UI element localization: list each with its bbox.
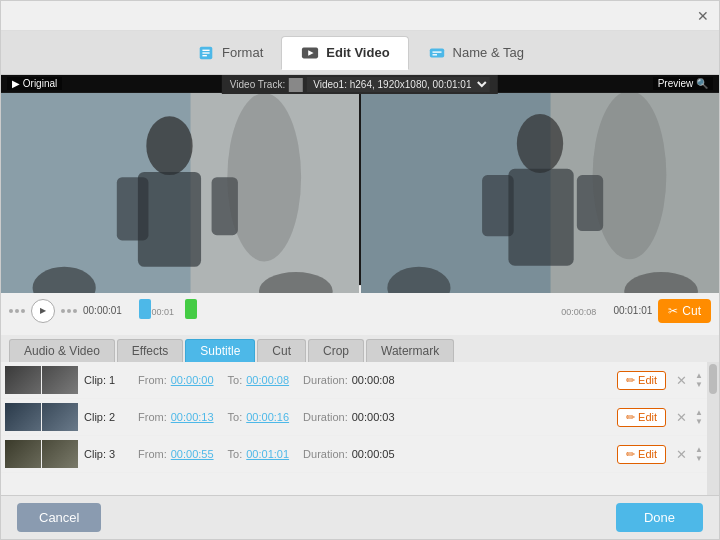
original-video-content (1, 93, 359, 293)
subtab-audio-video[interactable]: Audio & Video (9, 339, 115, 362)
svg-rect-13 (117, 177, 149, 240)
subtab-crop[interactable]: Crop (308, 339, 364, 362)
subtabs-bar: Audio & Video Effects Subtitle Cut Crop … (1, 335, 719, 362)
clip-1-arrows: ▲ ▼ (695, 372, 703, 389)
tab-edit-video-label: Edit Video (326, 45, 389, 60)
clip-3-up-arrow[interactable]: ▲ (695, 446, 703, 454)
done-button[interactable]: Done (616, 503, 703, 532)
tab-edit-video[interactable]: Edit Video (281, 36, 408, 70)
dot5 (67, 309, 71, 313)
dot2 (15, 309, 19, 313)
svg-point-20 (517, 114, 563, 173)
edit-3-label: Edit (638, 448, 657, 460)
clip-1-name: Clip: 1 (84, 374, 124, 386)
edit-3-icon: ✏ (626, 448, 635, 461)
clip-2-to: To: 00:00:16 (228, 411, 290, 423)
subtab-watermark[interactable]: Watermark (366, 339, 454, 362)
clip-2-thumb-b (42, 403, 78, 431)
clip-1-from: From: 00:00:00 (138, 374, 214, 386)
original-label: ▶ Original (7, 77, 62, 90)
clip-1-thumb-b (42, 366, 78, 394)
scissors-icon: ✂ (668, 304, 678, 318)
clip-3-edit-button[interactable]: ✏ Edit (617, 445, 666, 464)
clips-list: Clip: 1 From: 00:00:00 To: 00:00:08 Dura… (1, 362, 707, 495)
clip-2-info: Clip: 2 From: 00:00:13 To: 00:00:16 Dura… (84, 411, 611, 423)
preview-label: Preview 🔍 (653, 77, 713, 90)
video-section: ▶ Original Video Track: Video1: h264, 19… (1, 75, 719, 285)
clip-2-arrows: ▲ ▼ (695, 409, 703, 426)
clips-scrollbar[interactable] (707, 362, 719, 495)
svg-point-24 (593, 93, 667, 259)
edit-1-label: Edit (638, 374, 657, 386)
name-tag-icon (427, 43, 447, 63)
timeline-handle-right[interactable] (185, 299, 197, 319)
preview-video-content (361, 93, 719, 293)
clip-3-to-label: To: (228, 448, 243, 460)
tab-format[interactable]: Format (178, 36, 281, 70)
clip-1-dur-value: 00:00:08 (352, 374, 395, 386)
clip-1-from-label: From: (138, 374, 167, 386)
format-icon (196, 43, 216, 63)
clip-3-from-label: From: (138, 448, 167, 460)
clip-3-thumbnails (5, 440, 78, 468)
clip-3-from: From: 00:00:55 (138, 448, 214, 460)
clip-1-close-button[interactable]: ✕ (676, 373, 687, 388)
clips-area: Clip: 1 From: 00:00:00 To: 00:00:08 Dura… (1, 362, 719, 495)
clip-2-to-label: To: (228, 411, 243, 423)
tab-format-label: Format (222, 45, 263, 60)
play-button[interactable]: ▶ (31, 299, 55, 323)
clip-3-from-value: 00:00:55 (171, 448, 214, 460)
cancel-button[interactable]: Cancel (17, 503, 101, 532)
subtab-effects[interactable]: Effects (117, 339, 183, 362)
clip-2-edit-button[interactable]: ✏ Edit (617, 408, 666, 427)
cut-button[interactable]: ✂ Cut (658, 299, 711, 323)
close-button[interactable]: ✕ (695, 8, 711, 24)
clip-2-from-value: 00:00:13 (171, 411, 214, 423)
timeline-sub-times: 00:00:01 00:00:08 (139, 307, 596, 317)
clip-3-down-arrow[interactable]: ▼ (695, 455, 703, 463)
clip-2-duration: Duration: 00:00:03 (303, 411, 394, 423)
clip-1-down-arrow[interactable]: ▼ (695, 381, 703, 389)
timeline-handle-left[interactable] (139, 299, 151, 319)
video-header: ▶ Original Video Track: Video1: h264, 19… (1, 75, 719, 92)
video-track-dropdown[interactable]: Video1: h264, 1920x1080, 00:01:01 (307, 77, 490, 92)
tab-name-tag[interactable]: Name & Tag (409, 36, 542, 70)
clip-1-up-arrow[interactable]: ▲ (695, 372, 703, 380)
clip-2-dur-value: 00:00:03 (352, 411, 395, 423)
subtab-subtitle[interactable]: Subtitle (185, 339, 255, 362)
video-previews (1, 93, 719, 293)
dot1 (9, 309, 13, 313)
clip-1-edit-button[interactable]: ✏ Edit (617, 371, 666, 390)
subtab-cut[interactable]: Cut (257, 339, 306, 362)
clip-1-thumb-a (5, 366, 41, 394)
bottom-bar: Cancel Done (1, 495, 719, 539)
video-track-label: Video Track: (230, 79, 285, 90)
clip-2-from-label: From: (138, 411, 167, 423)
clip-2-to-value: 00:00:16 (246, 411, 289, 423)
clip-1-to-value: 00:00:08 (246, 374, 289, 386)
clip-3-dur-value: 00:00:05 (352, 448, 395, 460)
timeline-dots2 (61, 309, 77, 313)
svg-rect-21 (508, 169, 573, 266)
clip-3-thumb-a (5, 440, 41, 468)
handle-right-time: 00:00:08 (561, 307, 596, 317)
clip-3-to: To: 00:01:01 (228, 448, 290, 460)
clip-2-down-arrow[interactable]: ▼ (695, 418, 703, 426)
clip-1-to-label: To: (228, 374, 243, 386)
dot4 (61, 309, 65, 313)
clip-2-up-arrow[interactable]: ▲ (695, 409, 703, 417)
clip-2-close-button[interactable]: ✕ (676, 410, 687, 425)
edit-1-icon: ✏ (626, 374, 635, 387)
clip-3-info: Clip: 3 From: 00:00:55 To: 00:01:01 Dura… (84, 448, 611, 460)
time-current: 00:00:01 (83, 305, 133, 316)
clip-3-close-button[interactable]: ✕ (676, 447, 687, 462)
scrollbar-thumb[interactable] (709, 364, 717, 394)
clip-2-dur-label: Duration: (303, 411, 348, 423)
clip-row-3: Clip: 3 From: 00:00:55 To: 00:01:01 Dura… (1, 436, 707, 473)
svg-point-11 (146, 116, 192, 175)
clip-2-from: From: 00:00:13 (138, 411, 214, 423)
tab-name-tag-label: Name & Tag (453, 45, 524, 60)
clip-3-dur-label: Duration: (303, 448, 348, 460)
original-video-pane (1, 93, 359, 293)
clip-2-name: Clip: 2 (84, 411, 124, 423)
